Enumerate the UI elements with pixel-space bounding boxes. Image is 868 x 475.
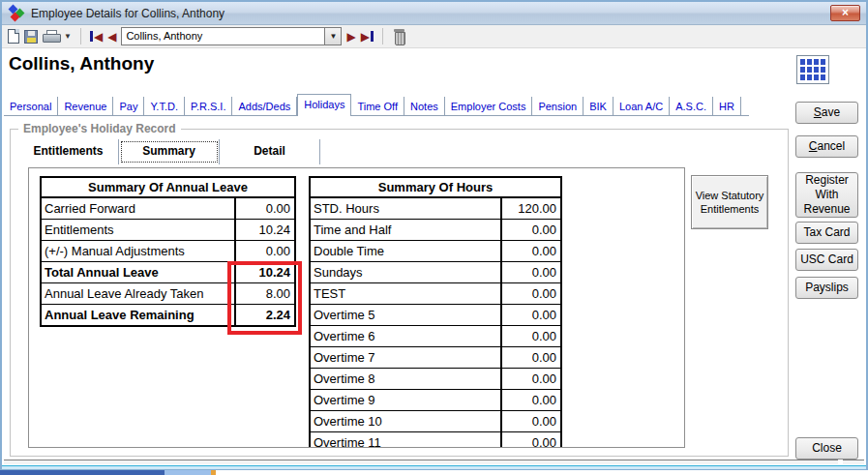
- view-statutory-entitlements-button[interactable]: View Statutory Entitlements: [691, 175, 768, 229]
- highlight-box: [227, 261, 302, 335]
- table-row: Double Time 0.00: [311, 241, 560, 262]
- tab[interactable]: Revenue: [58, 97, 113, 115]
- tab[interactable]: Employer Costs: [445, 97, 533, 115]
- tab-strip: Personal Revenue Pay Y.T.D. P.R.S.I. Add…: [4, 94, 749, 116]
- previous-record-button[interactable]: ◀: [107, 31, 116, 43]
- status-bar: [4, 460, 838, 464]
- tab[interactable]: BIK: [584, 97, 614, 115]
- cancel-button[interactable]: Cancel: [795, 135, 858, 158]
- tax-card-button[interactable]: Tax Card: [795, 222, 858, 244]
- hours-table: Summary Of Hours STD. Hours 120.00 Time …: [309, 176, 562, 448]
- record-selector[interactable]: Collins, Anthony ▼: [121, 27, 342, 45]
- print-dropdown-icon[interactable]: ▼: [64, 32, 72, 41]
- register-with-revenue-button[interactable]: Register With Revenue: [795, 172, 858, 218]
- close-icon[interactable]: ×: [830, 5, 860, 21]
- tab[interactable]: Personal: [4, 97, 58, 115]
- summary-panel: Summary Of Annual Leave Carried Forward …: [28, 167, 685, 448]
- save-icon[interactable]: [24, 30, 38, 44]
- table-row: Overtime 7 0.00: [311, 347, 560, 369]
- table-row: TEST 0.00: [311, 283, 560, 305]
- next-record-button[interactable]: ▶: [346, 31, 355, 43]
- last-record-button[interactable]: ▶: [361, 31, 374, 43]
- annual-leave-table-title: Summary Of Annual Leave: [42, 178, 294, 198]
- employee-details-window: Employee Details for Collins, Anthony × …: [0, 0, 868, 470]
- table-row: Overtime 6 0.00: [311, 326, 560, 347]
- print-icon[interactable]: [43, 30, 59, 44]
- tab[interactable]: Pension: [532, 97, 584, 115]
- table-row: Overtime 5 0.00: [311, 305, 560, 326]
- new-document-icon[interactable]: [8, 29, 19, 44]
- window-title: Employee Details for Collins, Anthony: [31, 7, 224, 20]
- save-button[interactable]: Save: [795, 102, 858, 124]
- subtab[interactable]: Summary: [119, 139, 220, 164]
- tab[interactable]: P.R.S.I.: [185, 97, 232, 115]
- table-row: Entitlements 10.24: [42, 220, 294, 241]
- toolbar-separator: [80, 28, 81, 45]
- app-logo-icon: [8, 5, 25, 21]
- table-row: Overtime 11 0.00: [311, 432, 560, 448]
- table-row: Overtime 9 0.00: [311, 390, 560, 411]
- table-row: Overtime 8 0.00: [311, 369, 560, 390]
- close-button[interactable]: Close: [795, 437, 858, 460]
- table-row: (+/-) Manual Adjustments 0.00: [42, 241, 294, 262]
- table-row: STD. Hours 120.00: [311, 198, 560, 220]
- resize-grip[interactable]: [843, 460, 864, 464]
- screen: Employee Details for Collins, Anthony × …: [0, 0, 868, 475]
- group-label: Employee's Holiday Record: [18, 122, 181, 135]
- window-bottom-frame: [2, 465, 866, 469]
- first-record-button[interactable]: ◀: [90, 31, 103, 43]
- tab[interactable]: Time Off: [351, 97, 404, 115]
- page-title: Collins, Anthony: [9, 53, 154, 74]
- toolbar-separator: [382, 28, 383, 45]
- title-bar: Employee Details for Collins, Anthony ×: [2, 2, 866, 25]
- subtab-strip: Entitlements Summary Detail: [18, 139, 320, 164]
- tab[interactable]: Holidays: [297, 94, 351, 116]
- desktop-background: [0, 470, 868, 475]
- payslips-button[interactable]: Payslips: [795, 277, 858, 299]
- chevron-down-icon[interactable]: ▼: [324, 28, 341, 45]
- tab[interactable]: A.S.C.: [670, 97, 713, 115]
- table-grid-icon: [796, 55, 829, 84]
- tab[interactable]: Loan A/C: [614, 97, 670, 115]
- table-row: Time and Half 0.00: [311, 220, 560, 241]
- subtab[interactable]: Entitlements: [18, 139, 119, 164]
- tab[interactable]: Pay: [113, 97, 144, 115]
- tab[interactable]: Notes: [404, 97, 445, 115]
- table-row: Carried Forward 0.00: [42, 198, 294, 220]
- hours-table-title: Summary Of Hours: [311, 178, 560, 198]
- record-selector-value: Collins, Anthony: [122, 28, 324, 45]
- usc-card-button[interactable]: USC Card: [795, 249, 858, 271]
- recycle-bin-icon[interactable]: [392, 29, 406, 45]
- tab[interactable]: Adds/Deds: [232, 97, 297, 115]
- toolbar: ▼ ◀ ◀ Collins, Anthony ▼ ▶ ▶: [2, 25, 866, 48]
- subtab[interactable]: Detail: [220, 139, 320, 164]
- table-row: Sundays 0.00: [311, 262, 560, 283]
- table-row: Overtime 10 0.00: [311, 411, 560, 432]
- tab[interactable]: Y.T.D.: [144, 97, 185, 115]
- tab[interactable]: HR: [713, 97, 741, 115]
- holiday-record-group: Employee's Holiday Record Entitlements S…: [10, 129, 789, 457]
